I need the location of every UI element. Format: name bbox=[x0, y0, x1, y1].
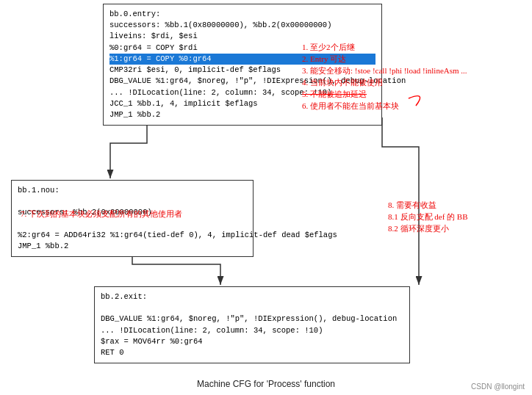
annotation-4: 4. 当前块内不能被使用 bbox=[302, 77, 383, 88]
annotation-6: 6. 使用者不能在当前基本块 bbox=[302, 101, 399, 112]
bb2-line3: $rax = MOV64rr %0:gr64 bbox=[101, 336, 403, 347]
bb2-title: bb.2.exit: bbox=[101, 291, 403, 302]
diagram-container: bb.0.entry: successors: %bb.1(0x80000000… bbox=[0, 0, 532, 395]
bb2-box: bb.2.exit: DBG_VALUE %1:gr64, $noreg, !"… bbox=[94, 286, 410, 363]
bb2-blank1 bbox=[101, 302, 403, 314]
annotation-3: 3. 能安全移动: !stoe !call !phi !load !inline… bbox=[302, 65, 467, 76]
annotation-2: 2. Entry 可达 bbox=[302, 54, 346, 65]
annotation-8: 8. 需要有收益 bbox=[388, 200, 436, 211]
annotation-7: 7. 下次到的基本块必须支配所有的其他使用者 bbox=[21, 209, 182, 220]
bb0-title: bb.0.entry: bbox=[109, 9, 375, 20]
annotation-5: 5. 不能被追加延迟 bbox=[302, 89, 367, 100]
annotation-8-1: 8.1 反向支配 def 的 BB bbox=[388, 211, 467, 222]
bb2-line2: ... !DILocation(line: 2, column: 34, sco… bbox=[101, 325, 403, 336]
annotation-1: 1. 至少2个后继 bbox=[302, 42, 355, 53]
bb1-line3: JMP_1 %bb.2 bbox=[18, 241, 247, 252]
bb0-line2: liveins: $rdi, $esi bbox=[109, 31, 375, 42]
bb1-line2: %2:gr64 = ADD64ri32 %1:gr64(tied-def 0),… bbox=[18, 230, 247, 241]
bb1-blank2 bbox=[18, 219, 247, 230]
bb2-line4: RET 0 bbox=[101, 347, 403, 358]
bb2-line1: DBG_VALUE %1:gr64, $noreg, !"p", !DIExpr… bbox=[101, 314, 403, 325]
watermark: CSDN @llongint bbox=[471, 383, 525, 391]
annotation-8-2: 8.2 循环深度更小 bbox=[388, 223, 449, 234]
bb1-title: bb.1.nou: bbox=[18, 185, 247, 196]
bb0-line1: successors: %bb.1(0x80000000), %bb.2(0x0… bbox=[109, 20, 375, 31]
caption: Machine CFG for 'Process' function bbox=[0, 379, 532, 389]
bb1-blank1 bbox=[18, 196, 247, 207]
